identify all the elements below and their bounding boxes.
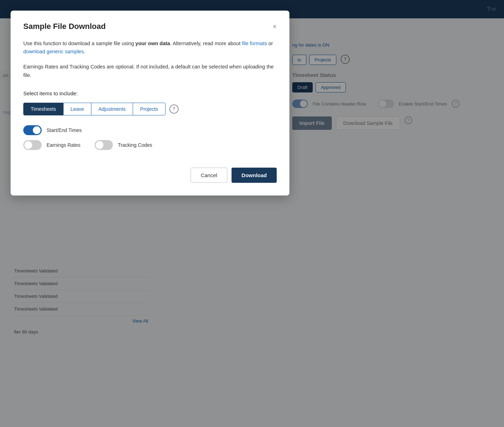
start-end-times-row: Start/End Times bbox=[23, 125, 277, 135]
tracking-codes-label: Tracking Codes bbox=[118, 141, 152, 149]
tracking-codes-row: Tracking Codes bbox=[95, 140, 152, 150]
file-formats-link[interactable]: file formats bbox=[242, 41, 267, 46]
modal-info-text: Earnings Rates and Tracking Codes are op… bbox=[23, 63, 277, 79]
desc-part2: . Alternatively, read more about bbox=[170, 41, 242, 46]
modal-title: Sample File Download bbox=[23, 22, 106, 31]
tabs-help-icon[interactable]: ? bbox=[169, 104, 179, 114]
modal: Sample File Download × Use this function… bbox=[11, 11, 289, 196]
item-tab-group: Timesheets Leave Adjustments Projects ? bbox=[23, 103, 277, 115]
start-end-times-label: Start/End Times bbox=[47, 126, 82, 134]
desc-part4: . bbox=[84, 49, 85, 54]
modal-close-button[interactable]: × bbox=[272, 23, 277, 30]
modal-overlay: Sample File Download × Use this function… bbox=[0, 0, 504, 427]
tracking-codes-toggle[interactable] bbox=[95, 140, 113, 150]
tab-timesheets[interactable]: Timesheets bbox=[23, 103, 64, 115]
desc-part3: or bbox=[267, 41, 273, 46]
download-samples-link[interactable]: download generic samples bbox=[23, 49, 84, 54]
download-button[interactable]: Download bbox=[232, 168, 277, 183]
earnings-rates-row: Earnings Rates bbox=[23, 140, 80, 150]
earnings-rates-label: Earnings Rates bbox=[47, 141, 80, 149]
desc-part1: Use this function to download a sample f… bbox=[23, 41, 136, 46]
modal-header: Sample File Download × bbox=[23, 22, 277, 31]
modal-description: Use this function to download a sample f… bbox=[23, 40, 277, 56]
earnings-rates-toggle[interactable] bbox=[23, 140, 42, 150]
secondary-toggles-row: Earnings Rates Tracking Codes bbox=[23, 140, 277, 155]
desc-bold: your own data bbox=[136, 41, 170, 46]
modal-actions: Cancel Download bbox=[23, 168, 277, 183]
cancel-button[interactable]: Cancel bbox=[191, 168, 228, 183]
tab-adjustments[interactable]: Adjustments bbox=[91, 103, 133, 115]
toggle-group: Start/End Times Earnings Rates Tracking … bbox=[23, 125, 277, 155]
tab-leave[interactable]: Leave bbox=[63, 103, 91, 115]
select-items-label: Select items to include: bbox=[23, 89, 277, 98]
tab-projects[interactable]: Projects bbox=[133, 103, 166, 115]
start-end-times-toggle[interactable] bbox=[23, 125, 42, 135]
modal-body: Use this function to download a sample f… bbox=[23, 40, 277, 183]
